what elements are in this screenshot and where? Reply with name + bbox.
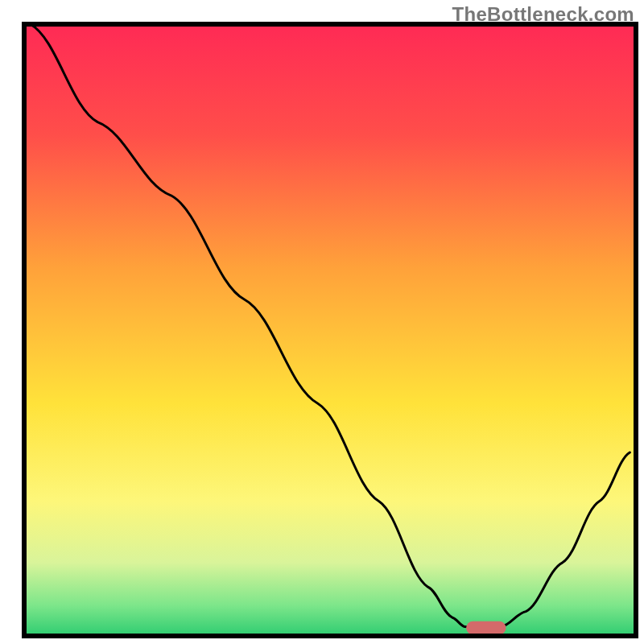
gradient-background xyxy=(24,24,636,636)
optimum-marker xyxy=(466,621,506,635)
chart-canvas xyxy=(0,0,644,644)
watermark-label: TheBottleneck.com xyxy=(452,3,634,26)
bottleneck-chart: TheBottleneck.com xyxy=(0,0,644,644)
